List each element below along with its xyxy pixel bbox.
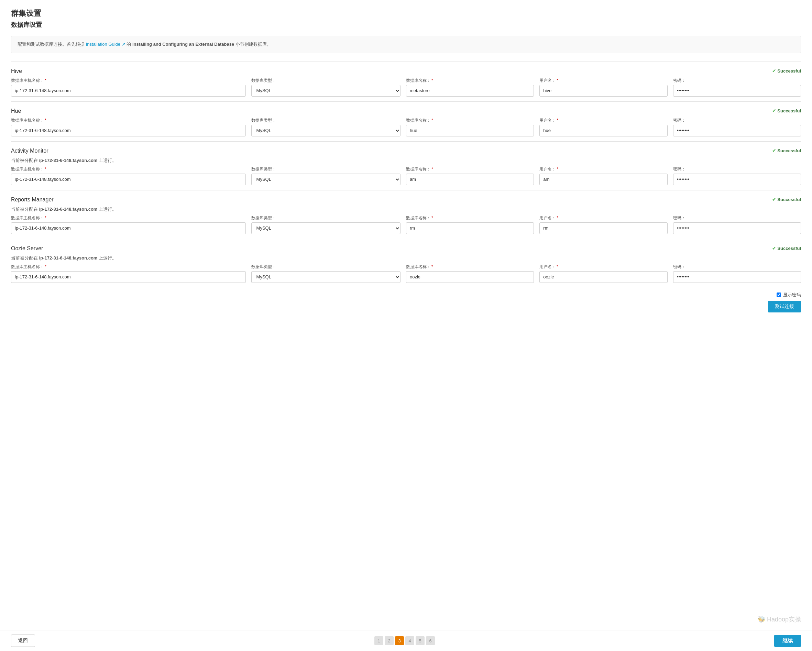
reports-manager-form-row: 数据库主机名称：* 数据库类型： MySQL PostgreSQL 数据库名称：… xyxy=(11,215,801,234)
oozie-host-label: 数据库主机名称：* xyxy=(11,264,246,270)
show-password-checkbox[interactable] xyxy=(777,293,781,297)
activity-monitor-notice: 当前被分配在 ip-172-31-6-148.fayson.com 上运行。 xyxy=(11,157,801,164)
hive-host-input[interactable] xyxy=(11,85,246,97)
rm-username-group: 用户名：* xyxy=(539,215,667,234)
hue-form-row: 数据库主机名称：* 数据库类型： MySQL PostgreSQL 数据库名称：… xyxy=(11,117,801,136)
reports-manager-notice-host: ip-172-31-6-148.fayson.com xyxy=(39,207,98,212)
pagination: 1 2 3 4 5 6 xyxy=(374,636,435,645)
hive-host-required: * xyxy=(45,78,46,83)
hive-password-label: 密码： xyxy=(673,78,801,84)
activity-monitor-form-row: 数据库主机名称：* 数据库类型： MySQL PostgreSQL 数据库名称：… xyxy=(11,166,801,185)
page-4[interactable]: 4 xyxy=(405,636,414,645)
oozie-server-status-badge: Successful xyxy=(772,246,801,251)
oozie-password-input[interactable] xyxy=(673,271,801,283)
hive-host-label: 数据库主机名称：* xyxy=(11,78,246,84)
hive-username-input[interactable] xyxy=(539,85,667,97)
oozie-dbname-group: 数据库名称：* xyxy=(406,264,534,283)
hue-section-title: Hue xyxy=(11,108,21,114)
hue-dbname-input[interactable] xyxy=(406,125,534,136)
rm-host-label: 数据库主机名称：* xyxy=(11,215,246,221)
hive-dbtype-select[interactable]: MySQL PostgreSQL Oracle xyxy=(251,85,400,97)
page-3[interactable]: 3 xyxy=(395,636,404,645)
oozie-dbtype-select[interactable]: MySQL PostgreSQL xyxy=(251,271,400,283)
rm-username-input[interactable] xyxy=(539,223,667,234)
rm-dbname-label: 数据库名称：* xyxy=(406,215,534,221)
oozie-dbtype-group: 数据库类型： MySQL PostgreSQL xyxy=(251,264,400,283)
hive-section: Hive Successful 数据库主机名称：* 数据库类型： MySQL P… xyxy=(11,61,801,101)
rm-dbtype-label: 数据库类型： xyxy=(251,215,400,221)
am-username-input[interactable] xyxy=(539,174,667,185)
am-username-label: 用户名：* xyxy=(539,166,667,172)
am-password-input[interactable] xyxy=(673,174,801,185)
continue-button[interactable]: 继续 xyxy=(774,635,801,647)
rm-dbname-input[interactable] xyxy=(406,223,534,234)
page-1[interactable]: 1 xyxy=(374,636,383,645)
test-connection-button[interactable]: 测试连接 xyxy=(768,301,801,313)
hive-username-label: 用户名：* xyxy=(539,78,667,84)
rm-dbname-group: 数据库名称：* xyxy=(406,215,534,234)
oozie-server-notice-host: ip-172-31-6-148.fayson.com xyxy=(39,255,98,261)
am-host-label: 数据库主机名称：* xyxy=(11,166,246,172)
reports-manager-notice: 当前被分配在 ip-172-31-6-148.fayson.com 上运行。 xyxy=(11,206,801,212)
installation-guide-link[interactable]: Installation Guide ↗ xyxy=(86,41,125,47)
am-dbtype-select[interactable]: MySQL PostgreSQL xyxy=(251,174,400,185)
am-dbname-input[interactable] xyxy=(406,174,534,185)
hue-dbname-group: 数据库名称：* xyxy=(406,117,534,136)
reports-manager-section-title: Reports Manager xyxy=(11,197,53,203)
hue-password-input[interactable] xyxy=(673,125,801,136)
rm-password-input[interactable] xyxy=(673,223,801,234)
hive-password-input[interactable] xyxy=(673,85,801,97)
oozie-host-input[interactable] xyxy=(11,271,246,283)
hue-dbtype-group: 数据库类型： MySQL PostgreSQL xyxy=(251,117,400,136)
am-dbtype-group: 数据库类型： MySQL PostgreSQL xyxy=(251,166,400,185)
rm-dbtype-group: 数据库类型： MySQL PostgreSQL xyxy=(251,215,400,234)
hue-host-input[interactable] xyxy=(11,125,246,136)
show-password-label[interactable]: 显示密码 xyxy=(783,292,801,298)
hive-dbname-input[interactable] xyxy=(406,85,534,97)
am-password-group: 密码： xyxy=(673,166,801,185)
hive-dbname-label: 数据库名称：* xyxy=(406,78,534,84)
am-host-group: 数据库主机名称：* xyxy=(11,166,246,185)
reports-manager-section-header: Reports Manager Successful xyxy=(11,197,801,203)
hive-host-group: 数据库主机名称：* xyxy=(11,78,246,97)
hue-dbname-label: 数据库名称：* xyxy=(406,117,534,123)
am-host-input[interactable] xyxy=(11,174,246,185)
hue-dbtype-label: 数据库类型： xyxy=(251,117,400,123)
hue-username-input[interactable] xyxy=(539,125,667,136)
oozie-username-label: 用户名：* xyxy=(539,264,667,270)
hue-host-group: 数据库主机名称：* xyxy=(11,117,246,136)
hive-dbname-group: 数据库名称：* xyxy=(406,78,534,97)
oozie-server-form-row: 数据库主机名称：* 数据库类型： MySQL PostgreSQL 数据库名称：… xyxy=(11,264,801,283)
page-5[interactable]: 5 xyxy=(416,636,424,645)
oozie-server-section-title: Oozie Server xyxy=(11,245,43,252)
rm-password-group: 密码： xyxy=(673,215,801,234)
hue-section-header: Hue Successful xyxy=(11,108,801,114)
show-password-row: 显示密码 xyxy=(11,292,801,298)
oozie-dbname-input[interactable] xyxy=(406,271,534,283)
info-text-prefix: 配置和测试数据库连接。首先根据 xyxy=(18,41,85,47)
oozie-server-notice: 当前被分配在 ip-172-31-6-148.fayson.com 上运行。 xyxy=(11,255,801,261)
hive-username-group: 用户名：* xyxy=(539,78,667,97)
oozie-username-input[interactable] xyxy=(539,271,667,283)
reports-manager-status-badge: Successful xyxy=(772,197,801,202)
page-6[interactable]: 6 xyxy=(426,636,435,645)
rm-username-label: 用户名：* xyxy=(539,215,667,221)
oozie-server-section-header: Oozie Server Successful xyxy=(11,245,801,252)
hue-username-label: 用户名：* xyxy=(539,117,667,123)
hive-password-group: 密码： xyxy=(673,78,801,97)
hue-section: Hue Successful 数据库主机名称：* 数据库类型： MySQL Po… xyxy=(11,101,801,141)
hive-form-row: 数据库主机名称：* 数据库类型： MySQL PostgreSQL Oracle… xyxy=(11,78,801,97)
rm-host-input[interactable] xyxy=(11,223,246,234)
hue-password-label: 密码： xyxy=(673,117,801,123)
activity-monitor-status-badge: Successful xyxy=(772,148,801,153)
oozie-password-label: 密码： xyxy=(673,264,801,270)
hive-dbtype-group: 数据库类型： MySQL PostgreSQL Oracle xyxy=(251,78,400,97)
rm-dbtype-select[interactable]: MySQL PostgreSQL xyxy=(251,223,400,234)
page-subtitle: 数据库设置 xyxy=(11,21,801,29)
page-2[interactable]: 2 xyxy=(385,636,394,645)
hue-dbtype-select[interactable]: MySQL PostgreSQL xyxy=(251,125,400,136)
activity-monitor-section-title: Activity Monitor xyxy=(11,148,48,154)
back-button[interactable]: 返回 xyxy=(11,634,35,647)
info-box: 配置和测试数据库连接。首先根据 Installation Guide ↗ 的 I… xyxy=(11,36,801,53)
oozie-host-group: 数据库主机名称：* xyxy=(11,264,246,283)
